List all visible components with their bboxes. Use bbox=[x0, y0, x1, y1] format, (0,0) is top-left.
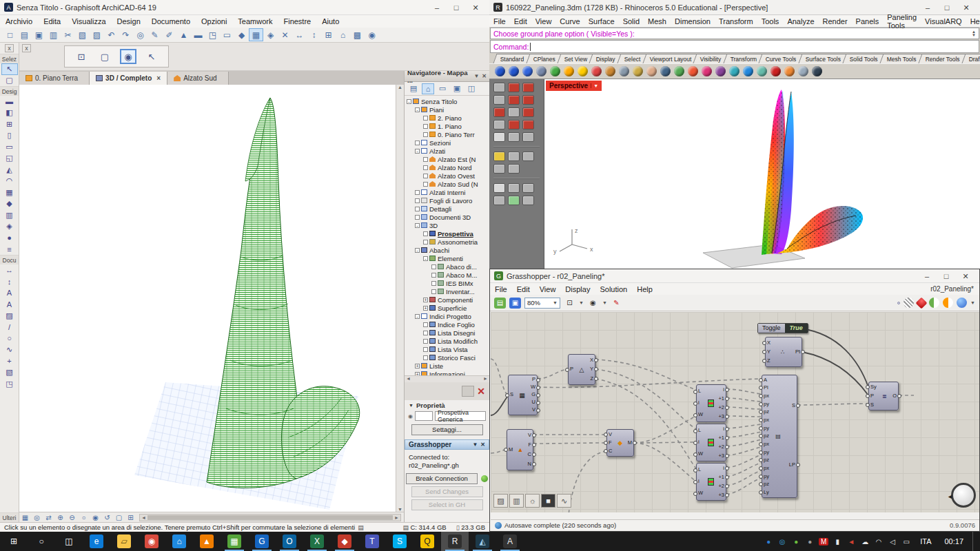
curve-tool-icon[interactable] bbox=[508, 152, 520, 161]
toggle-value[interactable]: True bbox=[785, 324, 808, 333]
teams-icon[interactable]: T bbox=[358, 532, 386, 551]
arrow-tool-icon[interactable]: ↖ bbox=[1, 63, 18, 75]
node-input[interactable]: i bbox=[698, 439, 700, 445]
document-tab[interactable]: 0. Piano Terra bbox=[19, 72, 90, 85]
file-explorer-icon[interactable]: ▱ bbox=[110, 532, 138, 551]
node-output[interactable]: +2 bbox=[718, 484, 724, 489]
tree-item[interactable]: Alzati Interni bbox=[405, 188, 489, 196]
dropdown-icon[interactable]: ▼ bbox=[602, 300, 607, 305]
node-output[interactable]: N bbox=[528, 461, 531, 467]
node-output[interactable]: V bbox=[528, 433, 531, 438]
node-input[interactable]: X bbox=[767, 340, 770, 346]
menu-item[interactable]: Curve bbox=[555, 16, 584, 27]
redo-icon[interactable]: ↷ bbox=[119, 28, 133, 41]
paneling-tool-icon[interactable] bbox=[508, 107, 520, 117]
point-tool-icon[interactable] bbox=[508, 183, 520, 193]
tree-item[interactable]: Prospettiva bbox=[405, 229, 489, 238]
mcafee-icon[interactable]: M bbox=[819, 538, 828, 545]
node-input[interactable]: C bbox=[609, 448, 612, 454]
guide-icon[interactable]: ▲ bbox=[176, 28, 191, 41]
tree-item[interactable]: - Indici Progetto bbox=[405, 312, 489, 320]
node-output[interactable]: M bbox=[628, 440, 632, 446]
paneling-tool-icon[interactable] bbox=[522, 83, 534, 92]
tree-expand-icon[interactable] bbox=[415, 207, 420, 211]
node-output[interactable]: G bbox=[531, 392, 535, 397]
node-input[interactable]: py bbox=[764, 426, 769, 431]
lamp-tool-icon[interactable]: ● bbox=[1, 232, 18, 244]
print-icon[interactable]: ▥ bbox=[46, 28, 61, 41]
pencil-icon[interactable]: ✐ bbox=[162, 28, 176, 41]
canvas-compass-widget[interactable] bbox=[951, 483, 976, 508]
volume-icon[interactable]: ◁ bbox=[888, 538, 897, 545]
tree-expand-icon[interactable] bbox=[423, 355, 428, 360]
paneling-tool-icon[interactable] bbox=[508, 95, 520, 105]
home-icon[interactable]: ⌂ bbox=[336, 28, 350, 41]
paneling-node[interactable]: APlpxpypzpxpypzpxpypzpxpypzLy ▤ S LP bbox=[762, 375, 797, 498]
tree-item[interactable]: Abaco M... bbox=[405, 271, 489, 279]
tree-expand-icon[interactable] bbox=[423, 124, 428, 129]
archicad-titlebar[interactable]: A Senza Titolo - Graphisoft ArchiCAD-64 … bbox=[0, 0, 489, 15]
menu-item[interactable]: Solution bbox=[595, 284, 632, 294]
preview-eye-icon[interactable]: ◉ bbox=[587, 298, 599, 309]
paneling-tool-icon[interactable] bbox=[493, 132, 505, 142]
node-input[interactable]: L bbox=[698, 428, 701, 433]
node-input[interactable]: V bbox=[609, 432, 612, 437]
fill-tool-icon[interactable]: ▨ bbox=[1, 310, 18, 322]
menu-item[interactable]: Edita bbox=[38, 16, 66, 27]
drawing-tool-icon[interactable]: ◳ bbox=[1, 378, 18, 390]
store-icon[interactable]: ⌂ bbox=[165, 532, 193, 551]
tree-item[interactable]: 2. Piano bbox=[405, 114, 489, 122]
tree-item[interactable]: Alzato Ovest bbox=[405, 171, 489, 180]
grasshopper-titlebar[interactable]: G Grasshopper - r02_Paneling* – □ ✕ bbox=[490, 269, 979, 283]
document-label[interactable]: r02_Paneling* bbox=[930, 285, 979, 293]
point-tool-icon[interactable] bbox=[522, 183, 534, 193]
wire-widget-icon[interactable]: ∿ bbox=[557, 494, 571, 508]
edge-icon[interactable]: e bbox=[83, 532, 110, 551]
notifications-icon[interactable]: ▭ bbox=[901, 538, 911, 545]
tree-item[interactable]: Alzato Nord bbox=[405, 163, 489, 171]
tray-app-green-icon[interactable]: ● bbox=[791, 538, 801, 545]
task-view-icon[interactable]: ◫ bbox=[55, 532, 83, 551]
undo-icon[interactable]: ↶ bbox=[104, 28, 119, 41]
render-tool-icon[interactable] bbox=[495, 66, 505, 76]
node-output[interactable]: +1 bbox=[718, 435, 724, 441]
node-input[interactable]: py bbox=[764, 474, 769, 479]
tree-item[interactable]: Storico Fasci bbox=[405, 353, 489, 362]
rhino-taskbar-icon[interactable]: R bbox=[441, 532, 469, 551]
marquee-tool-icon[interactable]: ▢ bbox=[1, 75, 18, 87]
node-output[interactable]: +3 bbox=[718, 453, 724, 459]
open-file-icon[interactable]: ▤ bbox=[17, 28, 32, 41]
render-tool-icon[interactable] bbox=[509, 66, 519, 76]
walk-icon[interactable]: ↺ bbox=[101, 513, 113, 523]
navigator-collapse-icon[interactable]: ▼ bbox=[473, 73, 479, 79]
custom-preview-icon[interactable] bbox=[943, 298, 953, 308]
tree-item[interactable]: Alzato Sud (N bbox=[405, 180, 489, 188]
command-line[interactable]: Command: bbox=[490, 40, 979, 53]
node-output[interactable]: Pt bbox=[795, 349, 800, 355]
paneling-tool-icon[interactable] bbox=[493, 107, 505, 117]
stretch-icon[interactable]: ↕ bbox=[307, 28, 321, 41]
point-tool-icon[interactable] bbox=[522, 196, 534, 205]
orbit-icon[interactable]: ○ bbox=[78, 513, 90, 523]
menu-item[interactable]: Aiuto bbox=[316, 16, 345, 27]
render-tool-icon[interactable] bbox=[633, 66, 643, 76]
tree-expand-icon[interactable]: - bbox=[415, 223, 420, 228]
paneling-tool-icon[interactable] bbox=[493, 95, 505, 105]
node-input[interactable]: pz bbox=[764, 457, 769, 463]
object-tool-icon[interactable]: ◈ bbox=[1, 221, 18, 233]
menu-item[interactable]: Archivio bbox=[0, 16, 38, 27]
preview-close-icon[interactable]: ✕ bbox=[477, 386, 485, 397]
onedrive-icon[interactable]: ☁ bbox=[860, 538, 870, 545]
tree-expand-icon[interactable] bbox=[423, 174, 428, 178]
tree-expand-icon[interactable] bbox=[423, 132, 428, 137]
pet-arrow-icon[interactable]: ↖ bbox=[143, 49, 160, 64]
toolbar-tab[interactable]: Solid Tools bbox=[843, 54, 886, 63]
navigator-header[interactable]: Navigatore - Mappa ... ▼ ✕ bbox=[405, 71, 489, 82]
tree-expand-icon[interactable]: - bbox=[407, 99, 411, 104]
tree-item[interactable]: + Componenti bbox=[405, 295, 489, 304]
tree-item[interactable]: Fogli di Lavoro bbox=[405, 196, 489, 205]
outlook-icon[interactable]: O bbox=[276, 532, 303, 551]
preview-image-button[interactable] bbox=[462, 386, 474, 397]
node-output[interactable]: Y bbox=[590, 366, 593, 372]
render-tool-icon[interactable] bbox=[770, 66, 781, 76]
